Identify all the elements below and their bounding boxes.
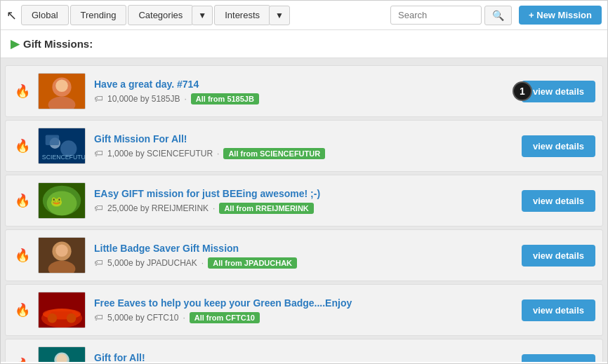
view-details-button-4[interactable]: view details <box>522 245 595 267</box>
dot-separator-1: · <box>184 94 186 104</box>
eaves-icon-4: 🏷 <box>94 257 103 268</box>
mission-info-6: Gift for All! 🏷 5,000e by MYSMARTPUPPY ·… <box>94 352 515 363</box>
search-input[interactable] <box>390 6 482 25</box>
view-details-button-1[interactable]: view details <box>522 81 595 102</box>
mission-badge-5: All from CFTC10 <box>190 312 260 323</box>
mission-thumbnail-3: 🐸 <box>38 182 86 219</box>
list-item: 🔥 Free Eaves to help you keep your Green… <box>5 284 603 336</box>
eaves-icon-3: 🏷 <box>94 203 103 213</box>
mission-title-3[interactable]: EAsy GIFT mission for just BEEing awesom… <box>94 188 515 199</box>
svg-text:🐸: 🐸 <box>51 196 62 208</box>
svg-point-22 <box>67 314 77 323</box>
mission-title-1[interactable]: Have a great day. #714 <box>94 79 515 90</box>
categories-dropdown[interactable]: ▼ <box>192 6 213 25</box>
tab-categories[interactable]: Categories <box>128 5 193 25</box>
list-item: 🔥 Gift for All! 🏷 5,000e by MYSMARTPUPPY… <box>5 339 603 362</box>
view-details-button-6[interactable]: view details <box>522 354 595 363</box>
cursor-icon: ↖ <box>6 8 17 23</box>
svg-text:SCIENCEFUTUR: SCIENCEFUTUR <box>42 154 85 161</box>
fire-icon-1: 🔥 <box>13 81 32 101</box>
view-details-button-5[interactable]: view details <box>522 299 595 321</box>
dot-separator-5: · <box>183 313 185 323</box>
tab-interests[interactable]: Interests <box>214 5 270 25</box>
section-header: ▶ Gift Missions: <box>1 30 607 58</box>
mission-thumbnail-2: SCIENCEFUTUR <box>38 128 86 164</box>
eaves-icon-2: 🏷 <box>94 148 103 159</box>
mission-info-1: Have a great day. #714 🏷 10,000e by 5185… <box>94 79 515 105</box>
fire-icon-5: 🔥 <box>13 300 32 320</box>
svg-point-3 <box>55 80 67 92</box>
mission-badge-4: All from JPADUCHAK <box>208 257 297 269</box>
top-navigation: ↖ Global Trending Categories ▼ Interests… <box>1 1 607 30</box>
new-mission-button[interactable]: + New Mission <box>519 6 602 25</box>
eaves-icon-1: 🏷 <box>94 93 103 104</box>
mission-badge-2: All from SCIENCEFUTUR <box>223 148 325 159</box>
dot-separator-3: · <box>213 203 215 213</box>
list-item: 🔥 SCIENCEFUTUR Gift Mission For All! 🏷 1… <box>5 120 603 172</box>
dot-separator-4: · <box>201 258 204 268</box>
mission-info-2: Gift Mission For All! 🏷 1,000e by SCIENC… <box>94 133 515 159</box>
mission-info-5: Free Eaves to help you keep your Green B… <box>94 297 515 323</box>
notification-badge-1: 1 <box>513 81 532 101</box>
mission-eaves-1: 10,000e by 5185JB <box>107 94 180 104</box>
search-area: 🔍 + New Mission <box>390 6 602 25</box>
svg-rect-7 <box>46 135 59 145</box>
view-details-button-2[interactable]: view details <box>522 135 595 157</box>
mission-title-6[interactable]: Gift for All! <box>94 352 515 363</box>
svg-point-21 <box>48 314 58 323</box>
mission-eaves-5: 5,000e by CFTC10 <box>107 313 178 323</box>
mission-list: 🔥 Have a great day. #714 🏷 10,000e by 51… <box>1 58 607 362</box>
mission-meta-1: 🏷 10,000e by 5185JB · All from 5185JB <box>94 93 515 105</box>
dot-separator-2: · <box>217 149 219 159</box>
fire-icon-6: 🔥 <box>13 355 32 362</box>
mission-eaves-3: 25,000e by RREIJMERINK <box>107 203 209 213</box>
search-button[interactable]: 🔍 <box>484 6 512 25</box>
fire-icon-4: 🔥 <box>13 245 32 265</box>
mission-thumbnail-1 <box>38 73 86 109</box>
mission-thumbnail-4 <box>38 237 86 274</box>
mission-title-5[interactable]: Free Eaves to help you keep your Green B… <box>94 297 515 309</box>
mission-info-4: Little Badge Saver Gift Mission 🏷 5,000e… <box>94 243 515 269</box>
mission-info-3: EAsy GIFT mission for just BEEing awesom… <box>94 188 515 214</box>
view-details-button-3[interactable]: view details <box>522 190 595 212</box>
mission-thumbnail-6 <box>38 346 86 362</box>
mission-title-2[interactable]: Gift Mission For All! <box>94 133 515 144</box>
mission-meta-3: 🏷 25,000e by RREIJMERINK · All from RREI… <box>94 203 515 214</box>
list-item: 🔥 Little Badge Saver Gift Mission 🏷 5,00… <box>5 229 603 281</box>
eaves-icon-5: 🏷 <box>94 312 103 323</box>
mission-meta-2: 🏷 1,000e by SCIENCEFUTUR · All from SCIE… <box>94 148 515 159</box>
mission-badge-3: All from RREIJMERINK <box>219 203 313 214</box>
list-item: 🔥 🐸 EAsy GIFT mission for just BEEing aw… <box>5 175 603 227</box>
mission-title-4[interactable]: Little Badge Saver Gift Mission <box>94 243 515 254</box>
mission-thumbnail-5 <box>38 292 86 328</box>
fire-icon-2: 🔥 <box>13 136 32 156</box>
list-item: 🔥 Have a great day. #714 🏷 10,000e by 51… <box>5 65 603 117</box>
tab-trending[interactable]: Trending <box>70 5 127 25</box>
tab-global[interactable]: Global <box>21 5 69 25</box>
mission-meta-5: 🏷 5,000e by CFTC10 · All from CFTC10 <box>94 312 515 323</box>
svg-point-15 <box>55 244 67 256</box>
section-arrow-icon: ▶ <box>11 37 19 50</box>
mission-eaves-2: 1,000e by SCIENCEFUTUR <box>107 149 213 159</box>
fire-icon-3: 🔥 <box>13 191 32 210</box>
interests-dropdown[interactable]: ▼ <box>269 6 290 25</box>
mission-eaves-4: 5,000e by JPADUCHAK <box>107 258 197 268</box>
mission-meta-4: 🏷 5,000e by JPADUCHAK · All from JPADUCH… <box>94 257 515 269</box>
section-title: Gift Missions: <box>23 38 93 50</box>
mission-badge-1: All from 5185JB <box>191 93 259 105</box>
